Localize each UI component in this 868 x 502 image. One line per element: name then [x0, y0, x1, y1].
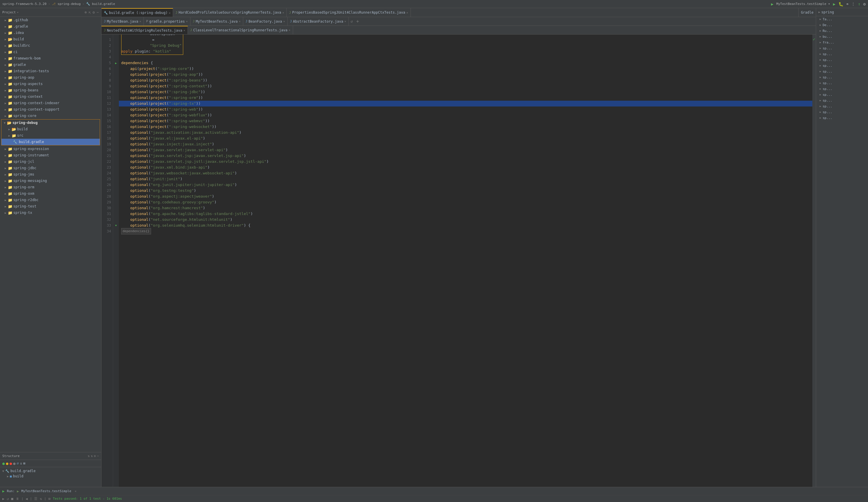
run-icon[interactable]: ▶ — [771, 2, 773, 7]
fold-selenium-btn[interactable]: ▼ — [113, 223, 119, 228]
right-item-run[interactable]: ▶ Ru... — [816, 28, 868, 34]
right-item-sp6[interactable]: ▶ sp... — [816, 74, 868, 80]
fold-deps-btn[interactable]: ▶ — [113, 60, 119, 66]
tab-hardcoded[interactable]: J HardCodedProfileValueSourceSpringRunne… — [173, 8, 287, 17]
run-btn[interactable]: ▶ — [833, 2, 835, 7]
tree-item-spring-orm[interactable]: ▶ 📁 spring-orm — [0, 184, 101, 190]
tree-item-gradle-hidden[interactable]: ▶ 📁 .gradle — [0, 23, 101, 30]
right-item-tasks[interactable]: ▶ Ta... — [816, 16, 868, 22]
tree-item-src[interactable]: ▶ 📁 src — [1, 132, 100, 139]
debug-btn[interactable]: 🐛 — [838, 2, 843, 7]
tree-item-buildsrc[interactable]: ▶ 📁 buildSrc — [0, 42, 101, 49]
run-config-dropdown[interactable]: MyTestBeanTests.testSimple ▾ — [776, 2, 830, 6]
right-item-sp3[interactable]: ▶ sp... — [816, 57, 868, 63]
commit-btn[interactable]: ↑ — [858, 2, 860, 7]
stop-btn[interactable]: ■ — [11, 497, 13, 501]
tree-item-spring-aspects[interactable]: ▶ 📁 spring-aspects — [0, 81, 101, 87]
tab-bean-factory[interactable]: J BeanFactory.java ✕ — [243, 17, 288, 26]
tree-item-spring-core[interactable]: ▶ 📁 spring-core — [0, 113, 101, 119]
struct-build-item[interactable]: ▶ ■ build — [2, 474, 99, 479]
struct-anon-icon[interactable]: ∅ — [17, 461, 19, 465]
rerun-btn[interactable]: ↺ — [7, 497, 9, 501]
tab-close-gradleprops[interactable]: ✕ — [186, 20, 188, 23]
coverage-btn[interactable]: ☂ — [846, 2, 849, 7]
tab-my-test-bean[interactable]: J MyTestBean.java ✕ — [102, 17, 144, 26]
tab-build-gradle[interactable]: 🔧 build.gradle (:spring-debug) ✕ — [102, 8, 173, 17]
pause-btn[interactable]: ⏸ — [16, 497, 19, 501]
tree-item-spring-debug[interactable]: ▼ 📂 spring-debug — [1, 120, 100, 126]
code-editor[interactable]: description = "Spring Debug" apply plugi… — [119, 34, 812, 487]
right-item-sp12[interactable]: ▶ sp... — [816, 109, 868, 115]
tab-properties-based[interactable]: J PropertiesBasedSpringJUnit4ClassRunner… — [287, 8, 411, 17]
tab-close-nested[interactable]: ✕ — [184, 29, 185, 32]
right-item-sp1[interactable]: ▶ sp... — [816, 45, 868, 51]
project-dropdown-icon[interactable]: ▾ — [17, 11, 19, 14]
right-tree[interactable]: ▶ Ta... ▶ De... ▶ Ru... ▶ bu... ▶ fra...… — [816, 16, 868, 487]
tree-item-spring-context-indexer[interactable]: ▶ 📁 spring-context-indexer — [0, 100, 101, 106]
right-item-sp2[interactable]: ▶ sp... — [816, 51, 868, 57]
tree-item-spring-jms[interactable]: ▶ 📁 spring-jms — [0, 171, 101, 178]
tree-item-integration-tests[interactable]: ▶ 📁 integration-tests — [0, 68, 101, 74]
tab-new-btn[interactable]: + — [354, 19, 361, 24]
right-item-fra[interactable]: ▶ fra... — [816, 39, 868, 45]
tree-item-spring-jcl[interactable]: ▶ 📁 spring-jcl — [0, 159, 101, 165]
tree-item-spring-context-support[interactable]: ▶ 📁 spring-context-support — [0, 106, 101, 113]
tree-item-build-debug[interactable]: ▶ 📂 build — [1, 126, 100, 132]
tree-item-spring-messaging[interactable]: ▶ 📁 spring-messaging — [0, 178, 101, 184]
nav-prev-btn[interactable]: ◀ — [25, 497, 28, 501]
filter-btn[interactable]: ☰ — [34, 497, 38, 501]
tab-close-properties[interactable]: ✕ — [406, 11, 408, 14]
settings-icon[interactable]: ⚙ — [92, 10, 95, 14]
tab-close-mytestbean[interactable]: ✕ — [140, 20, 141, 23]
right-item-deps[interactable]: ▶ De... — [816, 22, 868, 28]
run-close-btn[interactable]: ✕ — [75, 490, 76, 493]
tab-close-beanfactory[interactable]: ✕ — [283, 20, 285, 23]
right-item-sp13[interactable]: ▶ sp... — [816, 115, 868, 121]
right-item-build[interactable]: ▶ bu... — [816, 34, 868, 39]
right-item-sp8[interactable]: ▶ sp... — [816, 86, 868, 92]
tree-item-build-gradle[interactable]: 🔧 build.gradle — [1, 139, 100, 145]
struct-sort2-icon[interactable]: ↕ — [20, 461, 22, 465]
tree-item-spring-aop[interactable]: ▶ 📁 spring-aop — [0, 74, 101, 81]
tab-my-test-bean-tests[interactable]: J MyTestBeanTests.java ✕ — [190, 17, 243, 26]
tab-close-classlevel[interactable]: ✕ — [288, 28, 290, 32]
tree-item-spring-oxm[interactable]: ▶ 📁 spring-oxm — [0, 190, 101, 197]
right-item-sp4[interactable]: ▶ sp... — [816, 63, 868, 69]
tree-item-spring-beans[interactable]: ▶ 📁 spring-beans — [0, 87, 101, 93]
right-item-sp10[interactable]: ▶ sp... — [816, 98, 868, 103]
tree-item-gradle[interactable]: ▶ 📁 gradle — [0, 61, 101, 68]
tab-close-mytestbeantests[interactable]: ✕ — [239, 20, 241, 23]
right-item-sp11[interactable]: ▶ sp... — [816, 103, 868, 109]
gradle-panel-tab[interactable]: Gradle — [798, 8, 816, 17]
more-btn[interactable]: ⋮ — [851, 2, 855, 6]
tree-item-spring-jdbc[interactable]: ▶ 📁 spring-jdbc — [0, 165, 101, 171]
right-item-sp7[interactable]: ▶ sp... — [816, 80, 868, 86]
tree-item-spring-tx[interactable]: ▶ 📁 spring-tx — [0, 210, 101, 216]
tree-item-spring-expression[interactable]: ▶ 📁 spring-expression — [0, 145, 101, 152]
tree-item-idea[interactable]: ▶ 📁 .idea — [0, 30, 101, 36]
play-btn-bottom[interactable]: ▶ — [2, 497, 4, 501]
tree-item-build-root[interactable]: ▶ 📂 build — [0, 36, 101, 42]
tab-close-abstractbeanfactory[interactable]: ✕ — [344, 20, 346, 23]
tab-abstract-bean-factory[interactable]: J AbstractBeanFactory.java ✕ — [288, 17, 349, 26]
settings-btn[interactable]: ⚙ — [864, 2, 866, 7]
tab-close-build-gradle[interactable]: ✕ — [169, 11, 170, 14]
struct-minimize-btn[interactable]: − — [97, 454, 99, 458]
tree-item-spring-r2dbc[interactable]: ▶ 📁 spring-r2dbc — [0, 197, 101, 203]
tab-class-level[interactable]: J ClassLevelTransactionalSpringRunnerTes… — [188, 26, 293, 34]
tree-item-ci[interactable]: ▶ 📁 ci — [0, 49, 101, 55]
tab-nested-tests[interactable]: J NestedTestsWithSpringRulesTests.java ✕ — [102, 26, 188, 34]
struct-group-icon[interactable]: ⊞ — [23, 461, 25, 465]
tree-item-framework-bom[interactable]: ▶ 📁 framework-bom — [0, 55, 101, 61]
right-item-sp5[interactable]: ▶ sp... — [816, 69, 868, 74]
tree-item-spring-context[interactable]: ▶ 📁 spring-context — [0, 93, 101, 100]
locate-btn[interactable]: ⊕ — [85, 10, 87, 14]
tree-item-spring-instrument[interactable]: ▶ 📁 spring-instrument — [0, 152, 101, 159]
tab-gradle-properties[interactable]: P gradle.properties ✕ — [144, 17, 190, 26]
sort-btn[interactable]: ⇅ — [88, 454, 90, 458]
tree-item-spring-test[interactable]: ▶ 📁 spring-test — [0, 203, 101, 210]
expand-btn[interactable]: ⊞ — [49, 497, 50, 501]
struct-build-gradle[interactable]: ▼ 🔧 build.gradle — [2, 468, 99, 474]
project-tree[interactable]: ▶ 📁 .github ▶ 📁 .gradle ▶ 📁 .idea ▶ 📂 bu… — [0, 17, 101, 452]
minimize-icon[interactable]: − — [96, 10, 99, 14]
